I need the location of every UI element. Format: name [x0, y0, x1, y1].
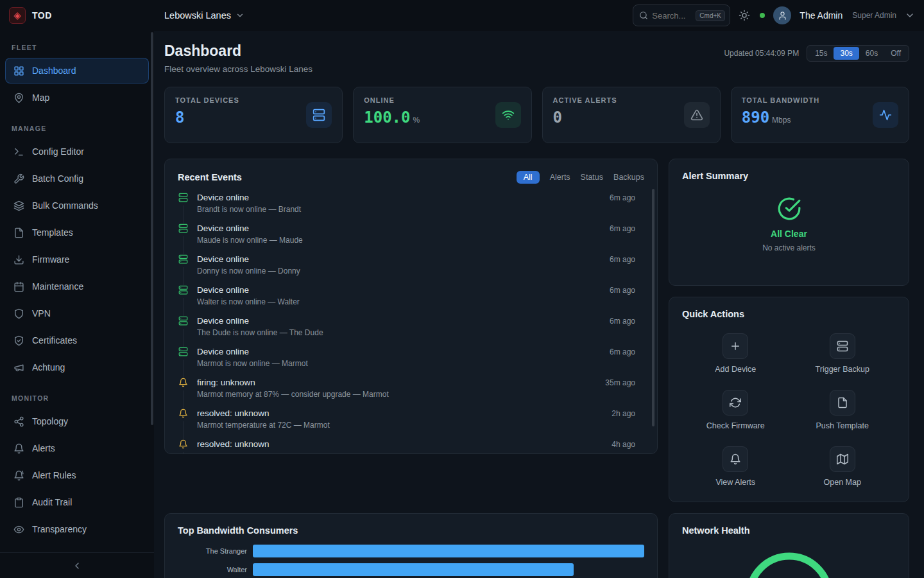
recent-events-card: Recent Events All Alerts Status Backups	[164, 159, 658, 454]
event-content: resolved: unknown4h ago	[197, 439, 644, 454]
check-circle-icon	[777, 197, 801, 221]
bandwidth-chart: The Stranger Walter	[178, 545, 644, 576]
server-icon	[178, 193, 188, 202]
quick-action-label: View Alerts	[715, 478, 755, 487]
tab-all[interactable]: All	[517, 171, 540, 184]
chevron-down-icon	[235, 11, 244, 20]
refresh-option-60s[interactable]: 60s	[859, 47, 884, 60]
alert-detail-text: No active alerts	[762, 243, 816, 252]
user-name: The Admin	[800, 10, 843, 21]
quick-action-add-device[interactable]: Add Device	[682, 333, 789, 374]
sidebar-item-topology[interactable]: Topology	[5, 408, 149, 434]
refresh-option-15s[interactable]: 15s	[809, 47, 834, 60]
sidebar-item-alert-rules[interactable]: Alert Rules	[5, 462, 149, 488]
event-row[interactable]: Device online6m ago Marmot is now online…	[178, 347, 644, 378]
event-time: 6m ago	[610, 224, 635, 233]
wrench-icon	[13, 173, 24, 184]
stat-label: TOTAL DEVICES	[175, 96, 239, 104]
events-scrollbar[interactable]	[652, 189, 654, 426]
bandwidth-bar-track	[253, 545, 644, 557]
quick-action-check-firmware[interactable]: Check Firmware	[682, 390, 789, 430]
user-role-badge: Super Admin	[852, 11, 896, 20]
quick-action-trigger-backup[interactable]: Trigger Backup	[789, 333, 896, 374]
bandwidth-bar	[253, 563, 574, 576]
sidebar-item-label: Topology	[32, 416, 68, 426]
sidebar-item-label: Alert Rules	[32, 470, 76, 480]
sidebar-item-dashboard[interactable]: Dashboard	[5, 58, 149, 83]
page-header-titles: Dashboard Fleet overview across Lebowski…	[164, 42, 312, 74]
event-row[interactable]: Device online6m ago Donny is now online …	[178, 254, 644, 285]
server-icon	[178, 285, 188, 295]
sidebar-item-alerts[interactable]: Alerts	[5, 435, 149, 461]
event-timeline	[178, 347, 188, 378]
org-selector[interactable]: Lebowski Lanes	[154, 10, 244, 21]
app-logo-icon: ◈	[9, 7, 26, 24]
search-input[interactable]	[652, 11, 692, 21]
event-content: resolved: unknown2h ago Marmot temperatu…	[197, 408, 644, 439]
tab-backups[interactable]: Backups	[613, 173, 644, 182]
quick-action-push-template[interactable]: Push Template	[789, 390, 896, 430]
refresh-option-30s[interactable]: 30s	[834, 47, 859, 60]
event-row[interactable]: Device online6m ago Walter is now online…	[178, 285, 644, 316]
sidebar-scrollbar[interactable]	[151, 32, 153, 425]
sidebar-item-map[interactable]: Map	[5, 85, 149, 110]
alert-summary-card: Alert Summary All Clear No active alerts	[669, 159, 909, 286]
event-row[interactable]: firing: unknown35m ago Marmot memory at …	[178, 378, 644, 408]
file-icon	[830, 390, 855, 416]
event-detail: Marmot memory at 87% — consider upgrade …	[197, 390, 635, 399]
sidebar-collapse-button[interactable]	[0, 552, 154, 578]
event-time: 35m ago	[605, 378, 635, 387]
sidebar-item-templates[interactable]: Templates	[5, 220, 149, 245]
event-row[interactable]: Device online6m ago Maude is now online …	[178, 223, 644, 254]
refresh-controls: Updated 05:44:09 PM 15s 30s 60s Off	[724, 45, 909, 62]
event-timeline	[178, 408, 188, 439]
bell-icon	[178, 408, 188, 418]
theme-toggle-button[interactable]	[739, 9, 751, 22]
sidebar-item-transparency[interactable]: Transparency	[5, 516, 149, 542]
timeline-connector	[183, 421, 184, 439]
sidebar: FLEET Dashboard Map MANAGE Config Editor…	[0, 31, 154, 578]
search-box[interactable]: Cmd+K	[633, 4, 730, 26]
sidebar-item-bulk-commands[interactable]: Bulk Commands	[5, 193, 149, 218]
chevron-left-icon	[72, 561, 82, 571]
stat-value: 890Mbps	[742, 109, 819, 127]
quick-action-view-alerts[interactable]: View Alerts	[682, 446, 789, 487]
event-row[interactable]: Device online6m ago The Dude is now onli…	[178, 316, 644, 347]
brand: ◈ TOD	[0, 7, 154, 24]
sidebar-item-certificates[interactable]: Certificates	[5, 328, 149, 353]
activity-icon	[873, 102, 898, 128]
sidebar-item-achtung[interactable]: Achtung	[5, 355, 149, 380]
sidebar-item-firmware[interactable]: Firmware	[5, 247, 149, 272]
quick-actions-title: Quick Actions	[682, 309, 896, 319]
sidebar-item-config-editor[interactable]: Config Editor	[5, 139, 149, 164]
sidebar-item-label: Dashboard	[32, 66, 76, 76]
bandwidth-title: Top Bandwidth Consumers	[178, 525, 644, 536]
sidebar-item-batch-config[interactable]: Batch Config	[5, 166, 149, 191]
event-detail: Marmot is now online — Marmot	[197, 359, 635, 368]
event-row[interactable]: resolved: unknown4h ago	[178, 439, 644, 454]
event-row[interactable]: resolved: unknown2h ago Marmot temperatu…	[178, 408, 644, 439]
sidebar-item-vpn[interactable]: VPN	[5, 301, 149, 326]
bell-icon	[178, 439, 188, 449]
tab-status[interactable]: Status	[581, 173, 603, 182]
stat-label: ONLINE	[364, 96, 420, 104]
right-column: Alert Summary All Clear No active alerts…	[669, 159, 909, 578]
wifi-icon	[495, 102, 521, 128]
sidebar-item-audit-trail[interactable]: Audit Trail	[5, 489, 149, 515]
event-title: Device online	[197, 254, 249, 264]
event-content: Device online6m ago The Dude is now onli…	[197, 316, 644, 347]
bandwidth-device-label: The Stranger	[178, 547, 247, 555]
event-row[interactable]: Device online6m ago Brandt is now online…	[178, 193, 644, 223]
user-menu-chevron-icon[interactable]	[905, 10, 915, 21]
quick-action-open-map[interactable]: Open Map	[789, 446, 896, 487]
bell-icon	[178, 378, 188, 387]
event-content: Device online6m ago Maude is now online …	[197, 223, 644, 254]
avatar[interactable]	[773, 6, 791, 24]
event-content: firing: unknown35m ago Marmot memory at …	[197, 378, 644, 408]
tab-alerts[interactable]: Alerts	[550, 173, 570, 182]
event-title: Device online	[197, 347, 249, 356]
refresh-option-off[interactable]: Off	[884, 47, 907, 60]
sidebar-item-maintenance[interactable]: Maintenance	[5, 274, 149, 299]
stat-text: TOTAL DEVICES 8	[175, 96, 239, 134]
sidebar-item-label: Certificates	[32, 335, 77, 346]
